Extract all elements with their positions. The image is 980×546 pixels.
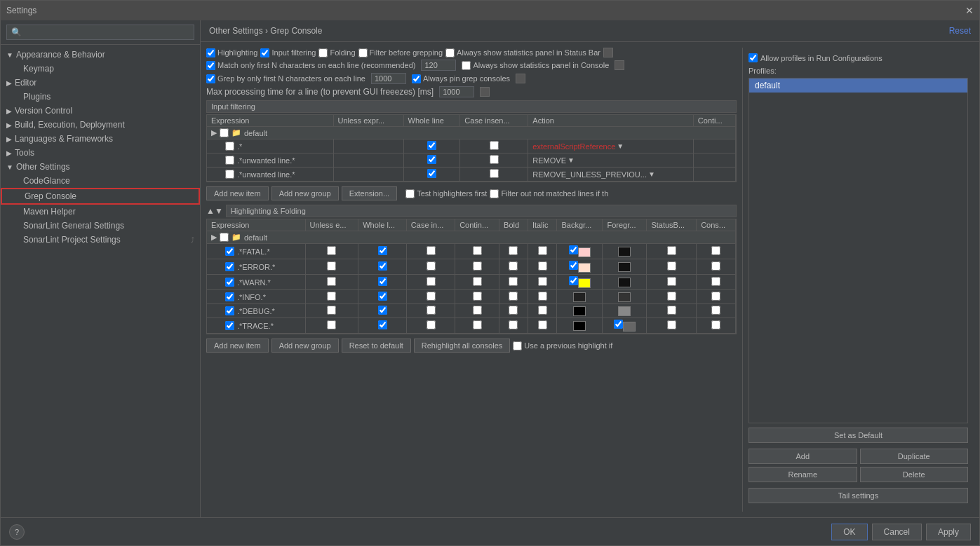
add-duplicate-row: Add Duplicate xyxy=(749,449,968,464)
use-previous-highlight-checkbox[interactable]: Use a previous highlight if xyxy=(513,339,612,353)
top-checkboxes-row1: Highlighting Input filtering Folding Fil… xyxy=(206,48,737,57)
fg-color-swatch[interactable] xyxy=(618,306,631,316)
extension-btn[interactable]: Extension... xyxy=(342,186,397,200)
sidebar-label: Version Control xyxy=(15,106,72,116)
add-profile-btn[interactable]: Add xyxy=(749,449,857,464)
col-whole: Whole line xyxy=(403,115,460,127)
fg-color-swatch[interactable] xyxy=(618,262,631,272)
external-icon: ⤴ xyxy=(191,236,194,244)
table-row: .*DEBUG.* xyxy=(207,304,736,318)
fg-color-swatch[interactable] xyxy=(618,292,631,302)
sidebar-item-version-control[interactable]: ▶ Version Control xyxy=(1,104,200,118)
set-as-default-btn[interactable]: Set as Default xyxy=(749,428,968,443)
always-pin-checkbox[interactable]: Always pin grep consoles xyxy=(412,74,510,83)
ok-button[interactable]: OK xyxy=(831,524,867,540)
col-italic: Italic xyxy=(528,219,557,231)
bg-color-swatch[interactable] xyxy=(578,247,591,257)
add-new-group-btn2[interactable]: Add new group xyxy=(271,339,339,353)
search-input[interactable] xyxy=(6,25,194,40)
sidebar-item-build[interactable]: ▶ Build, Execution, Deployment xyxy=(1,118,200,132)
sidebar-item-codeglance[interactable]: CodeGlance xyxy=(1,174,200,188)
sidebar-item-other-settings[interactable]: ▼ Other Settings xyxy=(1,160,200,174)
sidebar-item-plugins[interactable]: Plugins xyxy=(1,90,200,104)
filter-out-checkbox[interactable]: Filter out not matched lines if th xyxy=(490,186,608,200)
match-first-n-checkbox[interactable]: Match only first N characters on each li… xyxy=(206,61,415,70)
delete-profile-btn[interactable]: Delete xyxy=(860,467,969,482)
nav-tree: ▼ Appearance & Behavior Keymap ▶ Editor … xyxy=(1,45,200,517)
bg-color-swatch[interactable] xyxy=(573,292,586,302)
profile-item-default[interactable]: default xyxy=(749,79,967,93)
main-header: Other Settings › Grep Console Reset xyxy=(201,20,979,42)
sidebar-item-sonarlint-general[interactable]: SonarLint General Settings xyxy=(1,219,200,233)
sidebar: ▼ Appearance & Behavior Keymap ▶ Editor … xyxy=(1,20,201,517)
rehighlight-btn[interactable]: Rehighlight all consoles xyxy=(414,339,511,353)
row4-checkboxes: Max processing time for a line (to preve… xyxy=(206,86,737,97)
sidebar-item-maven-helper[interactable]: Maven Helper xyxy=(1,205,200,219)
tail-settings-btn[interactable]: Tail settings xyxy=(749,488,968,503)
duplicate-profile-btn[interactable]: Duplicate xyxy=(860,449,969,464)
always-show-console-checkbox[interactable]: Always show statistics panel in Console xyxy=(462,61,609,70)
input-filtering-table: Expression Unless expr... Whole line Cas… xyxy=(207,115,736,182)
arrow-icon: ▶ xyxy=(6,149,12,157)
settings-content: Highlighting Input filtering Folding Fil… xyxy=(201,42,979,517)
highlighting-folding-header: Highlighting & Folding xyxy=(226,205,737,217)
scroll-btn3[interactable] xyxy=(516,74,525,83)
match-n-input[interactable] xyxy=(421,60,456,71)
table-row: .*ERROR.* xyxy=(207,259,736,275)
bg-color-swatch[interactable] xyxy=(578,263,591,273)
col-backgr: Backgr... xyxy=(557,219,603,231)
highlighting-checkbox[interactable]: Highlighting xyxy=(206,48,257,57)
left-settings: Highlighting Input filtering Folding Fil… xyxy=(206,48,737,512)
right-panel: Allow profiles in Run Configurations Pro… xyxy=(742,48,974,512)
sidebar-label: Keymap xyxy=(23,64,54,74)
add-new-group-btn[interactable]: Add new group xyxy=(271,186,339,200)
fg-color-swatch[interactable] xyxy=(623,322,636,332)
sidebar-item-keymap[interactable]: Keymap xyxy=(1,62,200,76)
rename-profile-btn[interactable]: Rename xyxy=(749,467,857,482)
fg-color-swatch[interactable] xyxy=(618,247,631,257)
bottom-bar: ? OK Cancel Apply xyxy=(1,517,979,545)
input-filtering-buttons: Add new item Add new group Extension... … xyxy=(206,186,737,200)
always-show-stats-checkbox[interactable]: Always show statistics panel in Status B… xyxy=(445,48,600,57)
max-processing-input[interactable] xyxy=(439,86,474,97)
bg-color-swatch[interactable] xyxy=(578,278,591,288)
sidebar-item-editor[interactable]: ▶ Editor xyxy=(1,76,200,90)
scroll-btn4[interactable] xyxy=(480,87,490,97)
add-new-item-btn2[interactable]: Add new item xyxy=(206,339,269,353)
reset-link[interactable]: Reset xyxy=(949,26,971,36)
sidebar-item-tools[interactable]: ▶ Tools xyxy=(1,146,200,160)
allow-profiles-checkbox[interactable]: Allow profiles in Run Configurations xyxy=(749,53,968,62)
fg-color-swatch[interactable] xyxy=(618,278,631,287)
sidebar-label: Grep Console xyxy=(25,191,76,201)
titlebar: Settings ✕ xyxy=(1,1,979,20)
sidebar-item-grep-console[interactable]: Grep Console xyxy=(1,188,200,205)
scroll-btn2[interactable] xyxy=(615,60,624,70)
col-conti: Conti... xyxy=(693,115,735,127)
sidebar-label: SonarLint Project Settings xyxy=(23,235,121,245)
sidebar-item-sonarlint-project[interactable]: SonarLint Project Settings ⤴ xyxy=(1,233,200,247)
apply-button[interactable]: Apply xyxy=(926,524,971,540)
sidebar-item-appearance[interactable]: ▼ Appearance & Behavior xyxy=(1,48,200,62)
reset-default-btn[interactable]: Reset to default xyxy=(342,339,411,353)
test-highlighters-checkbox[interactable]: Test highlighters first xyxy=(405,186,487,200)
add-new-item-btn[interactable]: Add new item xyxy=(206,186,269,200)
sidebar-item-languages[interactable]: ▶ Languages & Frameworks xyxy=(1,132,200,146)
bg-color-swatch[interactable] xyxy=(573,306,586,316)
col-expr: Expression xyxy=(207,219,305,231)
folding-checkbox[interactable]: Folding xyxy=(318,48,355,57)
sidebar-label: Appearance & Behavior xyxy=(16,50,105,60)
filter-before-checkbox[interactable]: Filter before grepping xyxy=(358,48,443,57)
scroll-btn[interactable] xyxy=(603,48,613,57)
bg-color-swatch[interactable] xyxy=(573,321,586,331)
grep-first-n-checkbox[interactable]: Grep by only first N characters on each … xyxy=(206,74,365,83)
breadcrumb: Other Settings › Grep Console xyxy=(209,26,322,36)
profiles-list: default xyxy=(749,78,968,423)
help-button[interactable]: ? xyxy=(9,524,25,540)
cancel-button[interactable]: Cancel xyxy=(872,524,922,540)
input-filtering-checkbox[interactable]: Input filtering xyxy=(260,48,316,57)
grep-n-input[interactable] xyxy=(371,73,406,84)
table-row: .*unwanted line.* REMOVE xyxy=(207,153,736,168)
highlighting-header-row: ▲▼ Highlighting & Folding xyxy=(206,205,737,217)
col-foregr: Foregr... xyxy=(603,219,647,231)
close-button[interactable]: ✕ xyxy=(965,5,974,16)
